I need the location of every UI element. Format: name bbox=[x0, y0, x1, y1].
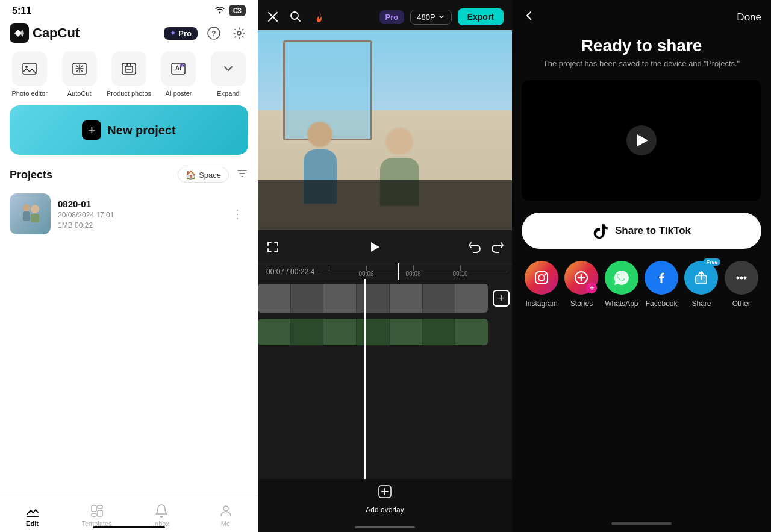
social-label: WhatsApp bbox=[605, 299, 638, 308]
add-overlay-button[interactable]: Add overlay bbox=[366, 484, 404, 514]
search-button[interactable] bbox=[289, 10, 302, 23]
new-project-button[interactable]: + New project bbox=[10, 105, 248, 155]
svg-rect-19 bbox=[98, 510, 102, 516]
export-button[interactable]: Export bbox=[458, 8, 504, 25]
tool-photo-editor[interactable]: Photo editor bbox=[6, 51, 53, 97]
tool-ai-poster[interactable]: AI ✦ AI poster bbox=[155, 51, 202, 97]
playhead-line bbox=[364, 279, 366, 479]
add-overlay-label: Add overlay bbox=[366, 505, 404, 514]
svg-point-26 bbox=[545, 274, 546, 275]
social-instagram[interactable]: Instagram bbox=[525, 261, 558, 308]
tool-label: Product photos bbox=[107, 90, 151, 97]
project-name: 0820-01 bbox=[58, 199, 219, 209]
svg-point-5 bbox=[25, 66, 28, 68]
project-date: 20/08/2024 17:01 bbox=[58, 211, 219, 219]
nav-edit-label: Edit bbox=[26, 520, 39, 527]
stories-plus-badge: + bbox=[586, 283, 597, 293]
timeline-track-1: + bbox=[258, 281, 512, 315]
facebook-icon bbox=[645, 261, 678, 295]
tool-autocut[interactable]: AutoCut bbox=[55, 51, 102, 97]
social-other[interactable]: Other bbox=[725, 261, 758, 308]
svg-rect-20 bbox=[92, 513, 96, 516]
video-preview bbox=[258, 30, 512, 230]
share-done-button[interactable]: Done bbox=[737, 11, 761, 23]
social-label: Stories bbox=[570, 299, 593, 308]
tool-label: Photo editor bbox=[12, 90, 48, 97]
svg-rect-14 bbox=[23, 211, 30, 221]
video-scene bbox=[258, 30, 512, 230]
svg-point-25 bbox=[538, 275, 545, 281]
social-label: Share bbox=[691, 299, 711, 308]
project-thumbnail bbox=[10, 193, 51, 234]
redo-button[interactable] bbox=[490, 240, 504, 254]
resolution-selector[interactable]: 480P bbox=[410, 10, 451, 25]
share-play-button[interactable] bbox=[626, 125, 657, 155]
track-clip-1[interactable] bbox=[258, 284, 488, 313]
svg-point-21 bbox=[223, 506, 228, 511]
project-item[interactable]: 0820-01 20/08/2024 17:01 1MB 00:22 ⋮ bbox=[0, 187, 258, 240]
star-icon: ✦ bbox=[170, 29, 176, 37]
track-clip-2[interactable] bbox=[258, 319, 488, 345]
ruler-label-1: 00:06 bbox=[359, 271, 374, 277]
share-icon: Free bbox=[684, 261, 718, 295]
nav-templates[interactable]: Templates bbox=[64, 501, 129, 530]
svg-point-13 bbox=[23, 204, 30, 211]
tool-label: AI poster bbox=[165, 90, 192, 97]
undo-button[interactable] bbox=[469, 240, 482, 254]
editor-home-indicator bbox=[355, 526, 415, 528]
flame-icon[interactable] bbox=[312, 10, 325, 23]
sort-icon[interactable] bbox=[236, 167, 248, 183]
tiktok-logo-icon bbox=[592, 222, 609, 239]
close-button[interactable] bbox=[266, 10, 279, 23]
editor-pro-badge[interactable]: Pro bbox=[379, 10, 405, 24]
battery-indicator: €3 bbox=[229, 5, 246, 16]
social-label: Facebook bbox=[646, 299, 678, 308]
current-time: 00:07 / 00:22 4 bbox=[266, 268, 314, 276]
add-clip-button[interactable]: + bbox=[493, 290, 510, 307]
social-whatsapp[interactable]: WhatsApp bbox=[605, 261, 638, 308]
space-label: Space bbox=[199, 171, 221, 180]
social-share[interactable]: Free Share bbox=[684, 261, 718, 308]
tool-label: Expand bbox=[217, 90, 239, 97]
status-icons: €3 bbox=[214, 5, 246, 16]
timeline-time-row: 00:07 / 00:22 4 00:06 00:08 00:10 bbox=[258, 264, 512, 279]
product-photos-icon-box bbox=[111, 51, 146, 86]
social-label: Other bbox=[732, 299, 751, 308]
tiktok-share-button[interactable]: Share to TikTok bbox=[522, 213, 761, 249]
space-icon: 🏠 bbox=[186, 170, 196, 180]
editor-panel: Pro 480P Export bbox=[258, 0, 512, 532]
share-video-preview bbox=[522, 80, 761, 201]
tool-expand[interactable]: Expand bbox=[205, 51, 252, 97]
nav-edit[interactable]: Edit bbox=[0, 501, 64, 530]
svg-rect-17 bbox=[92, 505, 96, 512]
help-button[interactable]: ? bbox=[205, 24, 223, 42]
new-project-plus-icon: + bbox=[82, 120, 101, 140]
pro-badge[interactable]: ✦ Pro bbox=[164, 27, 198, 40]
project-meta: 1MB 00:22 bbox=[58, 221, 219, 230]
projects-header: Projects 🏠 Space bbox=[0, 160, 258, 187]
svg-rect-18 bbox=[98, 505, 102, 509]
social-label: Instagram bbox=[525, 299, 557, 308]
ruler-label-2: 00:08 bbox=[406, 271, 421, 277]
social-facebook[interactable]: Facebook bbox=[645, 261, 678, 308]
status-time: 5:11 bbox=[12, 5, 31, 16]
svg-point-29 bbox=[736, 277, 739, 280]
fullscreen-button[interactable] bbox=[266, 240, 279, 254]
play-button[interactable] bbox=[362, 235, 386, 259]
nav-inbox[interactable]: Inbox bbox=[129, 501, 193, 530]
svg-point-3 bbox=[237, 31, 241, 35]
share-back-button[interactable] bbox=[522, 8, 536, 27]
projects-title: Projects bbox=[10, 169, 52, 181]
social-stories[interactable]: + Stories bbox=[564, 261, 598, 308]
svg-point-30 bbox=[740, 277, 743, 280]
ruler-label-3: 00:10 bbox=[453, 271, 468, 277]
svg-point-31 bbox=[743, 277, 746, 280]
timeline-ruler: 00:06 00:08 00:10 bbox=[319, 266, 507, 278]
tool-product-photos[interactable]: Product photos bbox=[105, 51, 152, 97]
nav-me[interactable]: Me bbox=[193, 501, 258, 530]
settings-button[interactable] bbox=[230, 24, 248, 42]
space-button[interactable]: 🏠 Space bbox=[178, 167, 229, 183]
free-badge: Free bbox=[703, 258, 720, 266]
timeline-tracks: + bbox=[258, 279, 512, 479]
project-more-button[interactable]: ⋮ bbox=[226, 202, 248, 226]
